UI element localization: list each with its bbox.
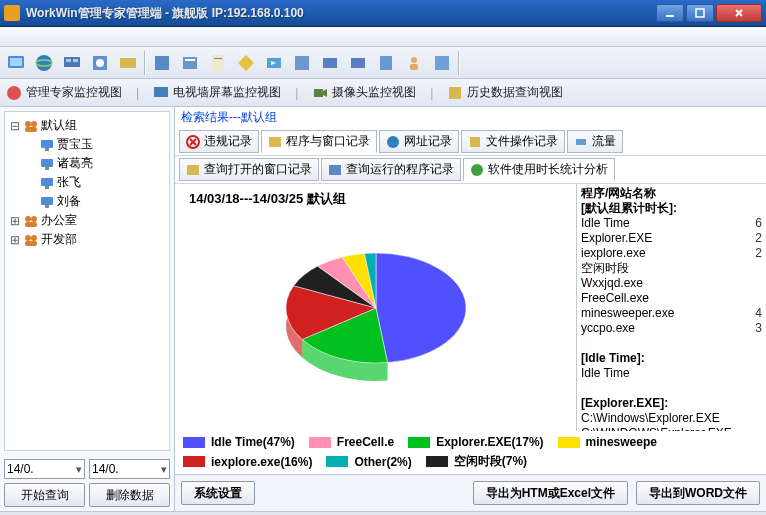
- svg-rect-14: [185, 59, 195, 61]
- svg-rect-36: [45, 148, 49, 151]
- svg-rect-31: [449, 87, 461, 99]
- svg-rect-12: [155, 56, 169, 70]
- svg-point-51: [387, 136, 399, 148]
- legend-item: minesweepe: [558, 435, 657, 449]
- svg-rect-48: [25, 241, 37, 246]
- legend-item: FreeCell.e: [309, 435, 394, 449]
- main-panel: 检索结果---默认组 违规记录程序与窗口记录网址记录文件操作记录流量 查询打开的…: [175, 107, 766, 511]
- svg-point-10: [96, 59, 104, 67]
- toolbar-icon-11[interactable]: [290, 51, 314, 75]
- pie-chart: 14/03/18---14/03/25 默认组: [175, 184, 576, 431]
- tab-3[interactable]: 文件操作记录: [461, 130, 565, 153]
- program-list[interactable]: 程序/网站名称[默认组累计时长]:Idle Time6Explorer.EXE2…: [576, 184, 766, 431]
- svg-rect-52: [470, 137, 480, 147]
- svg-point-27: [7, 86, 21, 100]
- toolbar-icon-12[interactable]: [318, 51, 342, 75]
- tree-node[interactable]: 张飞: [9, 173, 165, 192]
- svg-point-43: [25, 216, 31, 222]
- view-tab-monitor[interactable]: 管理专家监控视图: [6, 84, 122, 101]
- toolbar-icon-6[interactable]: [150, 51, 174, 75]
- maximize-button[interactable]: [686, 4, 714, 22]
- svg-point-47: [31, 235, 37, 241]
- svg-rect-25: [410, 64, 418, 70]
- svg-rect-7: [66, 59, 71, 62]
- svg-rect-41: [41, 197, 53, 205]
- system-settings-button[interactable]: 系统设置: [181, 481, 255, 505]
- tree-node[interactable]: 刘备: [9, 192, 165, 211]
- view-tab-camera[interactable]: 摄像头监控视图: [312, 84, 416, 101]
- view-tab-tvwall[interactable]: 电视墙屏幕监控视图: [153, 84, 281, 101]
- toolbar-icon-1[interactable]: [4, 51, 28, 75]
- pie-chart-svg: [271, 223, 481, 393]
- tree[interactable]: ⊟默认组 贾宝玉诸葛亮张飞刘备 ⊞办公室⊞开发部: [4, 111, 170, 451]
- chart-legend: Idle Time(47%)FreeCell.eExplorer.EXE(17%…: [175, 431, 766, 474]
- legend-item: iexplore.exe(16%): [183, 453, 312, 470]
- export-word-button[interactable]: 导出到WORD文件: [636, 481, 760, 505]
- subtab-0[interactable]: 查询打开的窗口记录: [179, 158, 319, 181]
- subtab-1[interactable]: 查询运行的程序记录: [321, 158, 461, 181]
- toolbar-icon-15[interactable]: [402, 51, 426, 75]
- toolbar-icon-14[interactable]: [374, 51, 398, 75]
- search-result-label: 检索结果---默认组: [175, 107, 766, 128]
- svg-rect-15: [212, 55, 224, 71]
- titlebar: WorkWin管理专家管理端 - 旗舰版 IP:192.168.0.100: [0, 0, 766, 27]
- record-tabs: 违规记录程序与窗口记录网址记录文件操作记录流量: [175, 128, 766, 156]
- svg-rect-0: [666, 15, 674, 17]
- svg-rect-8: [73, 59, 78, 62]
- toolbar-icon-globe[interactable]: [32, 51, 56, 75]
- tree-node[interactable]: ⊞办公室: [9, 211, 165, 230]
- sidebar: ⊟默认组 贾宝玉诸葛亮张飞刘备 ⊞办公室⊞开发部 14/0. 14/0. 开始查…: [0, 107, 175, 511]
- chart-daterange: 14/03/18---14/03/25 默认组: [181, 186, 354, 212]
- tab-0[interactable]: 违规记录: [179, 130, 259, 153]
- view-tab-history[interactable]: 历史数据查询视图: [447, 84, 563, 101]
- view-tabs: 管理专家监控视图 | 电视墙屏幕监控视图 | 摄像头监控视图 | 历史数据查询视…: [0, 79, 766, 107]
- legend-item: Explorer.EXE(17%): [408, 435, 543, 449]
- toolbar-icon-7[interactable]: [178, 51, 202, 75]
- date-from[interactable]: 14/0.: [4, 459, 85, 479]
- export-htm-button[interactable]: 导出为HTM或Excel文件: [473, 481, 628, 505]
- toolbar-icon-10[interactable]: [262, 51, 286, 75]
- tree-root[interactable]: ⊟默认组: [9, 116, 165, 135]
- toolbar-icon-9[interactable]: [234, 51, 258, 75]
- svg-rect-45: [25, 222, 37, 227]
- subtab-2[interactable]: 软件使用时长统计分析: [463, 158, 615, 181]
- toolbar-icon-13[interactable]: [346, 51, 370, 75]
- toolbar-icon-5[interactable]: [116, 51, 140, 75]
- svg-rect-53: [576, 139, 586, 145]
- svg-rect-20: [295, 56, 309, 70]
- svg-rect-29: [314, 89, 323, 97]
- toolbar-icon-3[interactable]: [60, 51, 84, 75]
- toolbar-icon-4[interactable]: [88, 51, 112, 75]
- legend-item: Idle Time(47%): [183, 435, 295, 449]
- svg-rect-26: [435, 56, 449, 70]
- close-button[interactable]: [716, 4, 762, 22]
- svg-rect-39: [41, 178, 53, 186]
- tree-node[interactable]: 诸葛亮: [9, 154, 165, 173]
- delete-button[interactable]: 删除数据: [89, 483, 170, 507]
- legend-item: 空闲时段(7%): [426, 453, 527, 470]
- svg-rect-23: [380, 56, 392, 70]
- tree-node[interactable]: ⊞开发部: [9, 230, 165, 249]
- minimize-button[interactable]: [656, 4, 684, 22]
- tab-1[interactable]: 程序与窗口记录: [261, 130, 377, 153]
- toolbar-icon-8[interactable]: [206, 51, 230, 75]
- tab-4[interactable]: 流量: [567, 130, 623, 153]
- svg-marker-30: [323, 89, 327, 97]
- query-button[interactable]: 开始查询: [4, 483, 85, 507]
- svg-rect-50: [269, 137, 281, 147]
- sub-record-tabs: 查询打开的窗口记录查询运行的程序记录软件使用时长统计分析: [175, 156, 766, 184]
- svg-rect-55: [329, 165, 341, 175]
- svg-rect-37: [41, 159, 53, 167]
- svg-point-4: [36, 55, 52, 71]
- svg-rect-3: [10, 58, 22, 66]
- tree-node[interactable]: 贾宝玉: [9, 135, 165, 154]
- tab-2[interactable]: 网址记录: [379, 130, 459, 153]
- toolbar-icon-16[interactable]: [430, 51, 454, 75]
- svg-rect-21: [323, 58, 337, 68]
- window-title: WorkWin管理专家管理端 - 旗舰版 IP:192.168.0.100: [26, 5, 656, 22]
- svg-rect-54: [187, 165, 199, 175]
- svg-rect-28: [154, 87, 168, 97]
- date-to[interactable]: 14/0.: [89, 459, 170, 479]
- svg-rect-13: [183, 57, 197, 69]
- svg-rect-40: [45, 186, 49, 189]
